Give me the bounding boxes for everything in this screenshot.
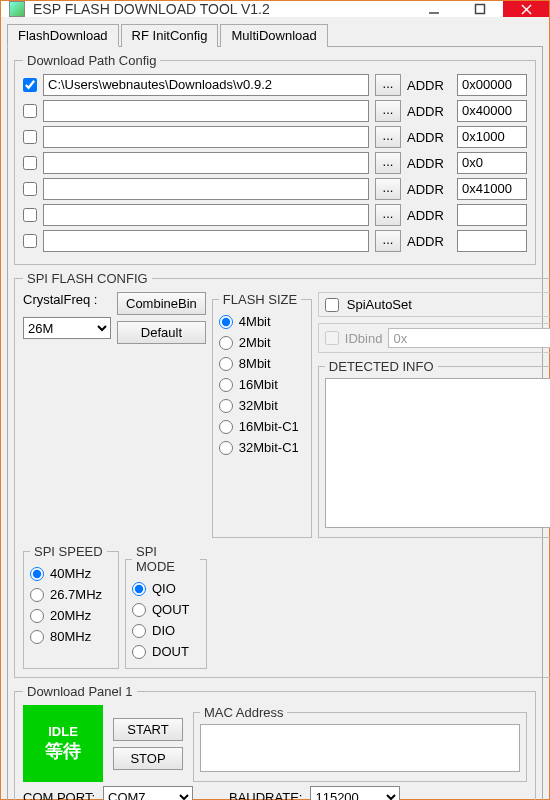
path-enable-6[interactable]: [23, 234, 37, 248]
addr-label-6: ADDR: [407, 234, 451, 249]
addr-label-5: ADDR: [407, 208, 451, 223]
flash-size-legend: FLASH SIZE: [219, 292, 301, 307]
path-input-6[interactable]: [43, 230, 369, 252]
baudrate-select[interactable]: 115200: [310, 786, 400, 800]
mac-address-legend: MAC Address: [200, 705, 287, 720]
idbind-row: IDbind: [318, 323, 550, 353]
addr-input-2[interactable]: 0x1000: [457, 126, 527, 148]
spi-mode-dout[interactable]: [132, 645, 146, 659]
browse-button-5[interactable]: ...: [375, 204, 401, 226]
flash-size-4mbit[interactable]: [219, 315, 233, 329]
addr-input-1[interactable]: 0x40000: [457, 100, 527, 122]
stop-button[interactable]: STOP: [113, 747, 183, 770]
addr-input-4[interactable]: 0x41000: [457, 178, 527, 200]
flash-size-16mbit[interactable]: [219, 378, 233, 392]
path-enable-0[interactable]: [23, 78, 37, 92]
path-enable-3[interactable]: [23, 156, 37, 170]
path-row-2: ... ADDR 0x1000: [23, 126, 527, 148]
tab-strip: FlashDownload RF InitConfig MultiDownloa…: [7, 23, 543, 47]
addr-label-4: ADDR: [407, 182, 451, 197]
path-input-5[interactable]: [43, 204, 369, 226]
path-row-4: ... ADDR 0x41000: [23, 178, 527, 200]
addr-input-0[interactable]: 0x00000: [457, 74, 527, 96]
tab-rfinitconfig[interactable]: RF InitConfig: [121, 24, 219, 47]
comport-select[interactable]: COM7: [103, 786, 193, 800]
download-path-config: Download Path Config C:\Users\webnautes\…: [14, 53, 536, 265]
browse-button-0[interactable]: ...: [375, 74, 401, 96]
download-panel-1: Download Panel 1 IDLE 等待 START STOP MAC …: [14, 684, 536, 800]
detected-info-legend: DETECTED INFO: [325, 359, 438, 374]
flash-size-32mbit[interactable]: [219, 399, 233, 413]
crystal-freq-select[interactable]: 26M: [23, 317, 111, 339]
addr-input-5[interactable]: [457, 204, 527, 226]
path-input-1[interactable]: [43, 100, 369, 122]
spi-autoset-checkbox[interactable]: [325, 298, 339, 312]
spi-speed-26-7[interactable]: [30, 588, 44, 602]
svg-rect-1: [476, 5, 485, 14]
download-panel-legend: Download Panel 1: [23, 684, 137, 699]
path-input-0[interactable]: C:\Users\webnautes\Downloads\v0.9.2: [43, 74, 369, 96]
path-input-3[interactable]: [43, 152, 369, 174]
spi-speed-40[interactable]: [30, 567, 44, 581]
path-row-5: ... ADDR: [23, 204, 527, 226]
spi-mode-qio[interactable]: [132, 582, 146, 596]
path-row-6: ... ADDR: [23, 230, 527, 252]
tab-flashdownload[interactable]: FlashDownload: [7, 24, 119, 47]
detected-info-group: DETECTED INFO: [318, 359, 550, 538]
path-enable-4[interactable]: [23, 182, 37, 196]
mac-address-text[interactable]: [200, 724, 520, 772]
spi-speed-group: SPI SPEED 40MHz 26.7MHz 20MHz 80MHz: [23, 544, 119, 669]
spi-mode-legend: SPI MODE: [132, 544, 200, 574]
titlebar: ESP FLASH DOWNLOAD TOOL V1.2: [1, 1, 549, 17]
browse-button-3[interactable]: ...: [375, 152, 401, 174]
idbind-checkbox: [325, 331, 339, 345]
spi-speed-20[interactable]: [30, 609, 44, 623]
browse-button-6[interactable]: ...: [375, 230, 401, 252]
spi-speed-80[interactable]: [30, 630, 44, 644]
start-button[interactable]: START: [113, 718, 183, 741]
comport-label: COM PORT:: [23, 790, 95, 801]
path-enable-2[interactable]: [23, 130, 37, 144]
path-enable-1[interactable]: [23, 104, 37, 118]
mac-address-group: MAC Address: [193, 705, 527, 782]
spi-mode-qout[interactable]: [132, 603, 146, 617]
app-icon: [9, 1, 25, 17]
flash-size-group: FLASH SIZE 4Mbit 2Mbit 8Mbit 16Mbit 32Mb…: [212, 292, 312, 538]
crystal-freq-label: CrystalFreq :: [23, 292, 111, 307]
flash-size-32mbit-c1[interactable]: [219, 441, 233, 455]
addr-input-6[interactable]: [457, 230, 527, 252]
addr-label-3: ADDR: [407, 156, 451, 171]
detected-info-text[interactable]: [325, 378, 550, 528]
flash-size-2mbit[interactable]: [219, 336, 233, 350]
flash-size-16mbit-c1[interactable]: [219, 420, 233, 434]
spi-speed-legend: SPI SPEED: [30, 544, 107, 559]
flash-size-8mbit[interactable]: [219, 357, 233, 371]
window-title: ESP FLASH DOWNLOAD TOOL V1.2: [33, 1, 411, 17]
close-button[interactable]: [503, 1, 549, 17]
addr-label-1: ADDR: [407, 104, 451, 119]
spi-mode-dio[interactable]: [132, 624, 146, 638]
spi-mode-group: SPI MODE QIO QOUT DIO DOUT: [125, 544, 207, 669]
path-row-3: ... ADDR 0x0: [23, 152, 527, 174]
path-input-2[interactable]: [43, 126, 369, 148]
tab-multidownload[interactable]: MultiDownload: [220, 24, 327, 47]
combine-bin-button[interactable]: CombineBin: [117, 292, 206, 315]
path-enable-5[interactable]: [23, 208, 37, 222]
browse-button-2[interactable]: ...: [375, 126, 401, 148]
spi-autoset-row: SpiAutoSet: [318, 292, 550, 317]
idbind-label: IDbind: [345, 331, 383, 346]
browse-button-4[interactable]: ...: [375, 178, 401, 200]
browse-button-1[interactable]: ...: [375, 100, 401, 122]
path-input-4[interactable]: [43, 178, 369, 200]
minimize-button[interactable]: [411, 1, 457, 17]
addr-label-2: ADDR: [407, 130, 451, 145]
addr-input-3[interactable]: 0x0: [457, 152, 527, 174]
idbind-input[interactable]: [388, 328, 550, 348]
path-row-1: ... ADDR 0x40000: [23, 100, 527, 122]
download-path-legend: Download Path Config: [23, 53, 160, 68]
maximize-button[interactable]: [457, 1, 503, 17]
path-row-0: C:\Users\webnautes\Downloads\v0.9.2 ... …: [23, 74, 527, 96]
baudrate-label: BAUDRATE:: [229, 790, 302, 801]
spi-flash-config: SPI FLASH CONFIG CrystalFreq : 26M Combi…: [14, 271, 550, 678]
default-button[interactable]: Default: [117, 321, 206, 344]
